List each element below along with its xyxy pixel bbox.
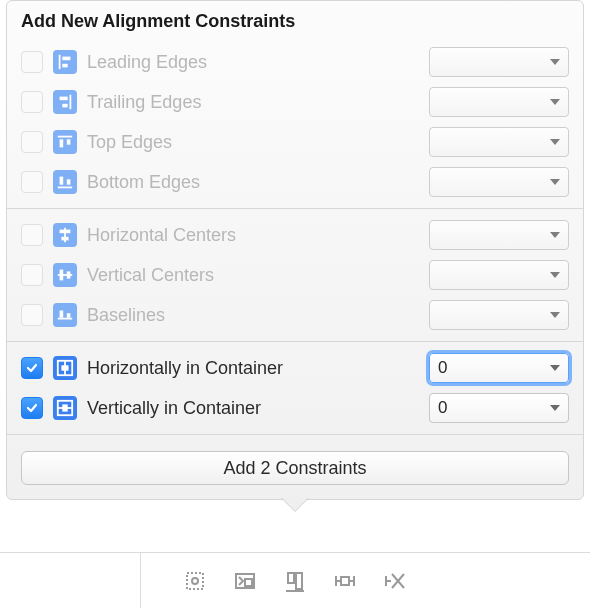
toolbar-separator — [140, 553, 141, 608]
divider — [7, 434, 583, 435]
value-combo-leading-edges — [429, 47, 569, 77]
checkbox-bottom-edges — [21, 171, 43, 193]
value-combo-horiz-in-container[interactable] — [429, 353, 569, 383]
chevron-down-icon[interactable] — [550, 405, 560, 411]
embed-in-icon[interactable] — [231, 567, 259, 595]
constraint-row-vert-in-container: Vertically in Container — [7, 388, 583, 428]
svg-rect-5 — [62, 104, 67, 108]
constraint-row-horizontal-centers: Horizontal Centers — [7, 215, 583, 255]
horizontal-centers-icon — [53, 223, 77, 247]
checkbox-vert-in-container[interactable] — [21, 397, 43, 419]
update-frames-icon[interactable] — [181, 567, 209, 595]
svg-rect-11 — [67, 179, 71, 184]
checkbox-horizontal-centers — [21, 224, 43, 246]
constraint-row-vertical-centers: Vertical Centers — [7, 255, 583, 295]
svg-rect-26 — [62, 404, 67, 411]
svg-rect-13 — [60, 230, 71, 234]
chevron-down-icon[interactable] — [550, 365, 560, 371]
svg-point-28 — [192, 578, 198, 584]
checkbox-baselines — [21, 304, 43, 326]
svg-rect-32 — [296, 573, 302, 589]
svg-rect-20 — [67, 313, 71, 318]
add-constraints-button[interactable]: Add 2 Constraints — [21, 451, 569, 485]
svg-rect-30 — [245, 579, 252, 586]
align-icon[interactable] — [281, 567, 309, 595]
svg-rect-14 — [61, 237, 68, 241]
value-input-vert-in-container[interactable] — [438, 398, 544, 418]
constraint-row-top-edges: Top Edges — [7, 122, 583, 162]
chevron-down-icon — [550, 139, 560, 145]
popover-arrow-icon — [281, 497, 309, 511]
svg-rect-4 — [60, 97, 68, 101]
label-horizontal-centers: Horizontal Centers — [87, 225, 419, 246]
label-vert-in-container: Vertically in Container — [87, 398, 419, 419]
horiz-in-container-icon — [53, 356, 77, 380]
label-vertical-centers: Vertical Centers — [87, 265, 419, 286]
chevron-down-icon — [550, 232, 560, 238]
svg-rect-1 — [62, 57, 70, 61]
divider — [7, 341, 583, 342]
checkbox-top-edges — [21, 131, 43, 153]
svg-rect-2 — [62, 64, 67, 68]
constraint-row-horiz-in-container: Horizontally in Container — [7, 348, 583, 388]
value-input-horiz-in-container[interactable] — [438, 358, 544, 378]
svg-rect-7 — [60, 139, 64, 147]
value-combo-vert-in-container[interactable] — [429, 393, 569, 423]
svg-rect-10 — [60, 177, 64, 185]
constraint-row-baselines: Baselines — [7, 295, 583, 335]
label-trailing-edges: Trailing Edges — [87, 92, 419, 113]
chevron-down-icon — [550, 179, 560, 185]
constraint-row-bottom-edges: Bottom Edges — [7, 162, 583, 202]
bottom-edges-icon — [53, 170, 77, 194]
checkbox-horiz-in-container[interactable] — [21, 357, 43, 379]
panel-title: Add New Alignment Constraints — [7, 11, 583, 42]
value-combo-horizontal-centers — [429, 220, 569, 250]
vertical-centers-icon — [53, 263, 77, 287]
svg-rect-16 — [60, 270, 64, 281]
leading-edges-icon — [53, 50, 77, 74]
alignment-constraints-popover: Add New Alignment Constraints Leading Ed… — [6, 0, 584, 500]
resolve-icon[interactable] — [381, 567, 409, 595]
chevron-down-icon — [550, 59, 560, 65]
top-edges-icon — [53, 130, 77, 154]
value-combo-trailing-edges — [429, 87, 569, 117]
vert-in-container-icon — [53, 396, 77, 420]
divider — [7, 208, 583, 209]
pin-icon[interactable] — [331, 567, 359, 595]
label-horiz-in-container: Horizontally in Container — [87, 358, 419, 379]
chevron-down-icon — [550, 312, 560, 318]
constraint-row-leading-edges: Leading Edges — [7, 42, 583, 82]
label-leading-edges: Leading Edges — [87, 52, 419, 73]
label-top-edges: Top Edges — [87, 132, 419, 153]
svg-rect-19 — [60, 311, 64, 318]
svg-rect-23 — [61, 365, 68, 370]
baselines-icon — [53, 303, 77, 327]
svg-rect-36 — [341, 577, 349, 585]
constraint-row-trailing-edges: Trailing Edges — [7, 82, 583, 122]
canvas-bottom-toolbar — [0, 552, 590, 608]
checkbox-leading-edges — [21, 51, 43, 73]
checkbox-trailing-edges — [21, 91, 43, 113]
add-constraints-row: Add 2 Constraints — [7, 441, 583, 499]
svg-rect-8 — [67, 139, 71, 144]
svg-rect-17 — [67, 271, 71, 278]
value-combo-vertical-centers — [429, 260, 569, 290]
svg-rect-27 — [187, 573, 203, 589]
trailing-edges-icon — [53, 90, 77, 114]
svg-rect-31 — [288, 573, 294, 583]
label-baselines: Baselines — [87, 305, 419, 326]
checkbox-vertical-centers — [21, 264, 43, 286]
chevron-down-icon — [550, 99, 560, 105]
value-combo-top-edges — [429, 127, 569, 157]
value-combo-bottom-edges — [429, 167, 569, 197]
label-bottom-edges: Bottom Edges — [87, 172, 419, 193]
chevron-down-icon — [550, 272, 560, 278]
value-combo-baselines — [429, 300, 569, 330]
